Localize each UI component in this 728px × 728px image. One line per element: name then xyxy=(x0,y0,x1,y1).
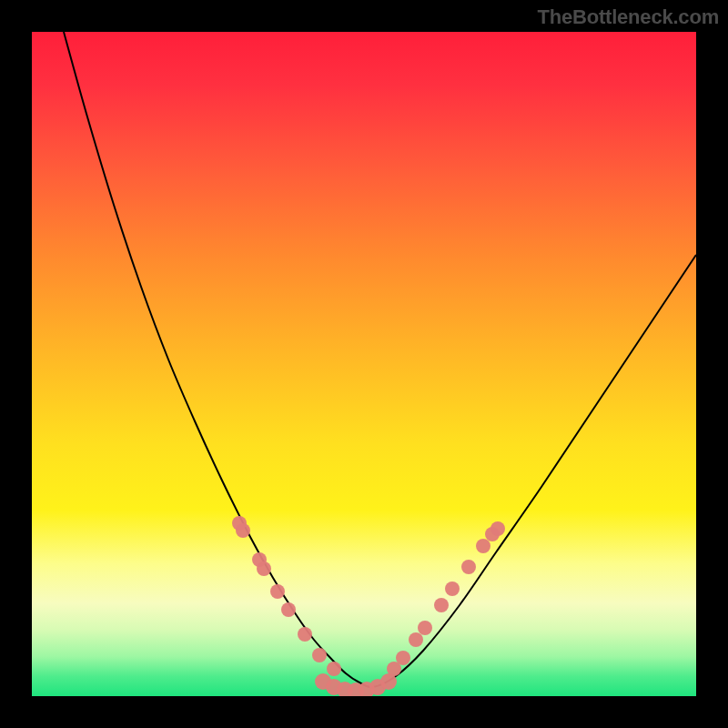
watermark-text: TheBottleneck.com xyxy=(537,5,719,29)
gradient-plot-area xyxy=(32,32,696,696)
chart-frame: TheBottleneck.com xyxy=(0,0,728,728)
